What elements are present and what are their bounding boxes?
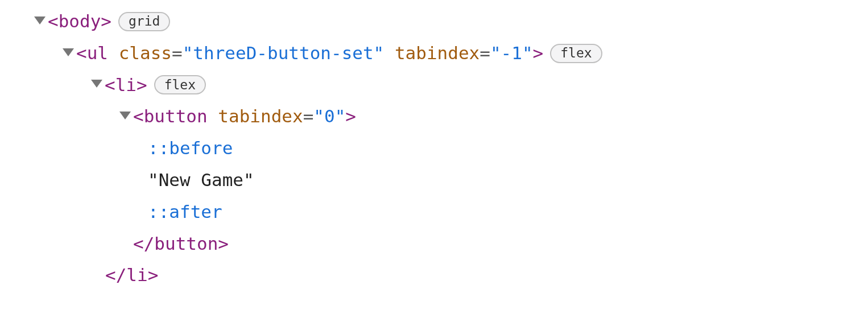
tag-close: </button> [133, 228, 229, 260]
disclosure-triangle-icon[interactable] [34, 16, 46, 24]
dom-node-body[interactable]: <body> grid [0, 6, 868, 38]
text-node[interactable]: "New Game" [0, 164, 868, 196]
text-node-value: "New Game" [148, 164, 254, 196]
dom-node-button[interactable]: <button tabindex="0"> [0, 101, 868, 133]
dom-node-li-close[interactable]: </li> [0, 259, 868, 291]
disclosure-triangle-icon[interactable] [63, 48, 74, 56]
dom-node-button-close[interactable]: </button> [0, 228, 868, 260]
pseudo-before[interactable]: ::before [0, 133, 868, 164]
pseudo-element-label: ::before [148, 133, 233, 164]
pseudo-after[interactable]: ::after [0, 196, 868, 228]
layout-badge-flex[interactable]: flex [154, 75, 206, 94]
layout-badge-flex[interactable]: flex [550, 44, 602, 63]
dom-node-li[interactable]: <li> flex [0, 69, 868, 101]
layout-badge-grid[interactable]: grid [118, 12, 170, 31]
tag-open: <ul class="threeD-button-set" tabindex="… [76, 38, 543, 69]
tag-close: </li> [105, 259, 158, 291]
tag-open: <li> [105, 69, 147, 101]
tag-open: <button tabindex="0"> [133, 101, 356, 133]
disclosure-triangle-icon[interactable] [91, 80, 102, 88]
pseudo-element-label: ::after [148, 196, 222, 228]
tag-open: <body> [48, 6, 111, 38]
disclosure-triangle-icon[interactable] [119, 112, 131, 119]
dom-node-ul[interactable]: <ul class="threeD-button-set" tabindex="… [0, 38, 868, 69]
